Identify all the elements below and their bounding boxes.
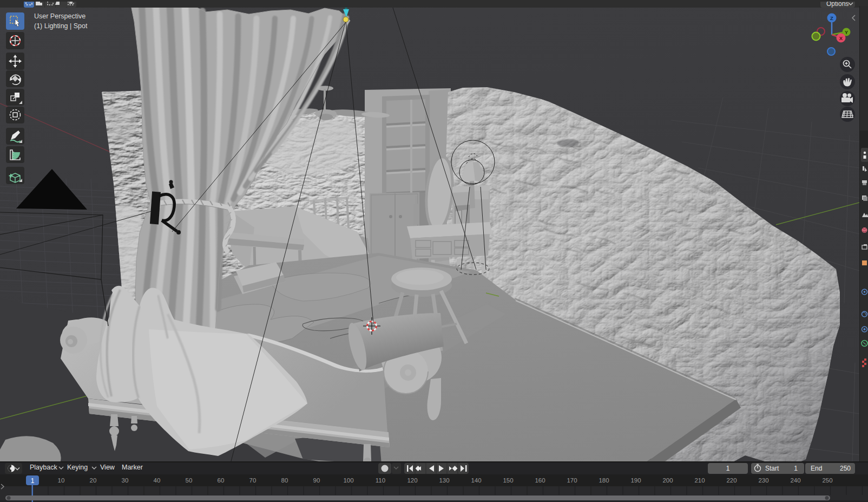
- svg-text:Options: Options: [826, 2, 849, 8]
- svg-text:140: 140: [471, 477, 481, 484]
- svg-text:50: 50: [186, 477, 193, 484]
- svg-text:Z: Z: [830, 15, 833, 21]
- svg-text:30: 30: [122, 477, 129, 484]
- svg-text:120: 120: [407, 477, 417, 484]
- svg-text:70: 70: [249, 477, 257, 484]
- svg-text:170: 170: [567, 477, 577, 484]
- svg-text:150: 150: [503, 477, 513, 484]
- svg-text:Start: Start: [765, 465, 779, 472]
- svg-text:130: 130: [439, 477, 449, 484]
- svg-text:1: 1: [31, 477, 35, 485]
- svg-text:60: 60: [218, 477, 225, 484]
- svg-text:40: 40: [154, 477, 161, 484]
- svg-text:Y: Y: [845, 30, 848, 35]
- svg-text:80: 80: [281, 477, 288, 484]
- svg-text:X: X: [839, 35, 843, 41]
- svg-text:10: 10: [58, 477, 65, 484]
- svg-text:240: 240: [790, 477, 800, 484]
- svg-text:100: 100: [343, 477, 353, 484]
- svg-text:1: 1: [726, 465, 730, 472]
- svg-text:230: 230: [758, 477, 768, 484]
- svg-text:190: 190: [630, 477, 641, 484]
- svg-text:End: End: [811, 465, 822, 472]
- svg-text:250: 250: [822, 477, 832, 484]
- svg-text:90: 90: [313, 477, 320, 484]
- svg-text:200: 200: [662, 477, 673, 484]
- svg-text:180: 180: [599, 477, 609, 484]
- svg-text:20: 20: [90, 477, 97, 484]
- svg-text:160: 160: [535, 477, 545, 484]
- svg-text:220: 220: [726, 477, 737, 484]
- svg-text:1: 1: [794, 465, 798, 472]
- svg-text:110: 110: [376, 477, 385, 484]
- svg-text:250: 250: [840, 465, 851, 472]
- svg-text:210: 210: [694, 477, 705, 484]
